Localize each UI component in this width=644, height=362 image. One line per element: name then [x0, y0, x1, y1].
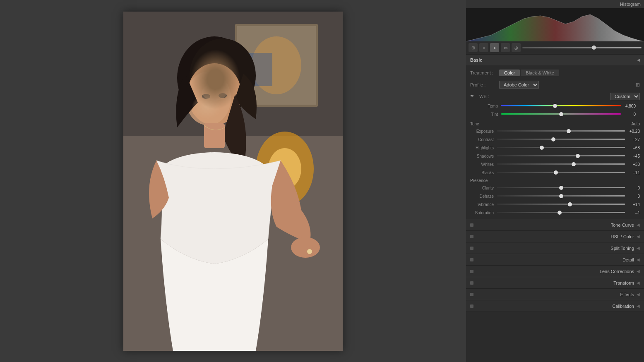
collapsed-panel-split-toning[interactable]: Split Toning ◀	[466, 242, 644, 254]
svg-point-19	[202, 84, 227, 101]
tint-label: Tint	[474, 112, 501, 117]
dehaze-slider-thumb[interactable]	[559, 194, 563, 198]
svg-point-12	[185, 72, 231, 125]
dehaze-label: Dehaze	[470, 194, 497, 199]
highlights-slider-track[interactable]	[497, 147, 625, 149]
highlights-slider-row: Highlights –68	[466, 144, 644, 152]
whites-slider-track[interactable]	[497, 163, 625, 165]
svg-point-17	[202, 94, 210, 99]
collapsed-panel-tone-curve[interactable]: Tone Curve ◀	[466, 219, 644, 231]
basic-panel-header[interactable]: Basic ◀	[466, 55, 644, 65]
whites-slider-thumb[interactable]	[572, 162, 576, 166]
photo-area	[0, 0, 466, 362]
panel-label-transform: Transform	[477, 280, 634, 285]
shadows-slider-row: Shadows +45	[466, 152, 644, 160]
heal-tool-icon[interactable]: ●	[490, 43, 499, 52]
collapsed-panels-container: Tone Curve ◀ HSL / Color ◀ Split Toning …	[466, 219, 644, 312]
svg-rect-6	[237, 26, 316, 105]
saturation-slider-track[interactable]	[497, 212, 625, 213]
temp-label: Temp	[474, 104, 501, 108]
svg-point-4	[268, 148, 301, 189]
collapsed-panel-effects[interactable]: Effects ◀	[466, 289, 644, 300]
tint-slider-track[interactable]	[501, 113, 621, 115]
panel-label-detail: Detail	[477, 257, 634, 262]
panel-toggle-calibration[interactable]	[470, 304, 473, 308]
panel-chevron-transform: ◀	[637, 280, 640, 285]
profile-row: Profile : Adobe Color ⊞	[466, 79, 644, 90]
panel-chevron-calibration: ◀	[637, 304, 640, 308]
clarity-slider-thumb[interactable]	[559, 186, 563, 190]
exposure-slider-thumb[interactable]	[567, 129, 571, 133]
panel-toggle-tone-curve[interactable]	[470, 223, 473, 227]
presence-subsection-header: Presence	[466, 177, 644, 184]
tone-label: Tone	[470, 122, 479, 126]
tint-slider-thumb[interactable]	[559, 112, 563, 116]
svg-point-18	[219, 93, 227, 98]
crop-tool-icon[interactable]: ○	[479, 43, 488, 52]
histogram-title: Histogram	[620, 2, 641, 7]
panel-toggle-split-toning[interactable]	[470, 247, 473, 250]
panel-toggle-lens-corrections[interactable]	[470, 270, 473, 273]
svg-rect-2	[123, 12, 343, 136]
collapsed-panel-lens-corrections[interactable]: Lens Corrections ◀	[466, 266, 644, 277]
temp-value: 4,800	[621, 104, 636, 108]
svg-rect-1	[123, 12, 343, 351]
panel-toggle-effects[interactable]	[470, 293, 473, 296]
highlights-slider-thumb[interactable]	[540, 146, 544, 150]
blacks-slider-track[interactable]	[497, 172, 625, 173]
panel-chevron-effects: ◀	[637, 292, 640, 297]
shadows-slider-track[interactable]	[497, 155, 625, 157]
whites-label: Whites	[470, 162, 497, 167]
dehaze-slider-track[interactable]	[497, 195, 625, 197]
collapsed-panel-detail[interactable]: Detail ◀	[466, 254, 644, 266]
shadows-slider-thumb[interactable]	[576, 154, 580, 158]
right-panel: Histogram	[466, 0, 644, 362]
color-treatment-button[interactable]: Color	[499, 70, 520, 76]
clarity-label: Clarity	[470, 186, 497, 190]
contrast-slider-row: Contrast –27	[466, 135, 644, 144]
panel-toggle-hsl-color[interactable]	[470, 235, 473, 238]
tint-value: 0	[621, 112, 636, 117]
blacks-value: –11	[625, 170, 640, 175]
vibrance-slider-thumb[interactable]	[568, 202, 572, 206]
collapsed-panel-transform[interactable]: Transform ◀	[466, 277, 644, 289]
panel-scroll-area[interactable]: Basic ◀ Treatment : Color Black & White …	[466, 55, 644, 362]
svg-rect-0	[123, 12, 343, 351]
tone-auto-button[interactable]: Auto	[631, 122, 640, 126]
filter-tool-icon[interactable]: ▭	[501, 43, 510, 52]
temp-slider-track[interactable]	[501, 105, 621, 107]
collapsed-panel-hsl-color[interactable]: HSL / Color ◀	[466, 231, 644, 242]
svg-rect-8	[239, 53, 272, 86]
collapsed-panel-calibration[interactable]: Calibration ◀	[466, 300, 644, 312]
wb-select[interactable]: Custom	[610, 93, 640, 100]
basic-panel-arrow: ◀	[637, 58, 640, 62]
contrast-slider-track[interactable]	[497, 139, 625, 140]
svg-point-11	[187, 63, 241, 125]
exposure-toolbar-slider[interactable]	[522, 47, 642, 48]
eyedropper-icon[interactable]: ✒	[470, 93, 477, 100]
panel-toggle-transform[interactable]	[470, 281, 473, 285]
svg-rect-5	[235, 24, 318, 107]
panel-chevron-detail: ◀	[637, 257, 640, 262]
panel-label-lens-corrections: Lens Corrections	[477, 269, 634, 274]
exposure-slider-track[interactable]	[497, 130, 625, 132]
wb-row: ✒ WB : Custom	[470, 93, 640, 100]
contrast-slider-thumb[interactable]	[551, 137, 555, 141]
contrast-label: Contrast	[470, 137, 497, 142]
radial-tool-icon[interactable]: ◎	[512, 43, 521, 52]
blacks-slider-thumb[interactable]	[554, 170, 558, 175]
profile-grid-icon[interactable]: ⊞	[636, 82, 640, 88]
panel-label-split-toning: Split Toning	[477, 246, 634, 251]
temp-slider-thumb[interactable]	[553, 104, 557, 108]
bw-treatment-button[interactable]: Black & White	[521, 70, 559, 76]
panel-chevron-hsl-color: ◀	[637, 234, 640, 239]
grid-tool-icon[interactable]: ⊞	[469, 43, 478, 52]
saturation-slider-thumb[interactable]	[557, 211, 562, 215]
panel-toggle-detail[interactable]	[470, 258, 473, 261]
photo-container	[123, 12, 343, 351]
profile-select[interactable]: Adobe Color	[499, 81, 539, 89]
temp-slider-row: Temp 4,800	[470, 102, 640, 110]
clarity-slider-track[interactable]	[497, 187, 625, 189]
panel-label-tone-curve: Tone Curve	[477, 223, 634, 228]
vibrance-slider-track[interactable]	[497, 204, 625, 205]
